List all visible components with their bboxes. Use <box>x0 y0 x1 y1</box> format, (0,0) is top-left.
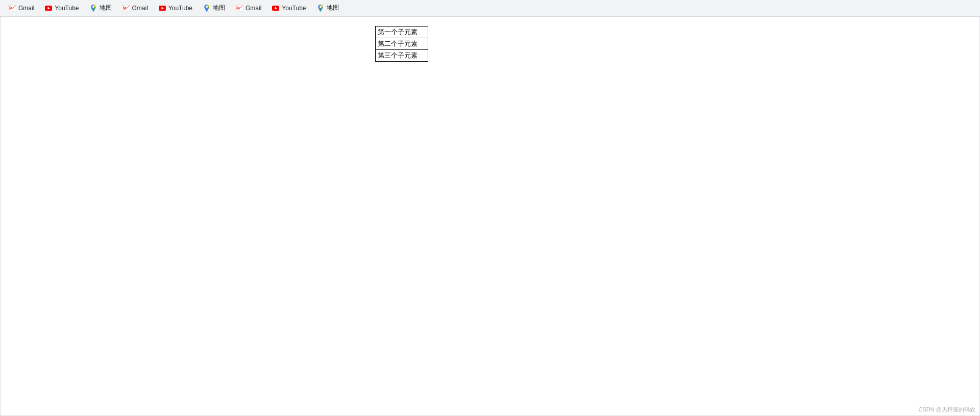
svg-text:M: M <box>236 6 240 11</box>
bookmark-label-0: Gmail <box>18 5 34 12</box>
bookmark-label-7: YouTube <box>282 5 306 12</box>
svg-point-9 <box>206 6 208 8</box>
watermark: CSDN @天秤座的码农 <box>919 406 975 413</box>
bookmarks-bar: M Gmail YouTube 地图 M Gmail YouTube 地图 <box>0 0 980 16</box>
bookmark-label-8: 地图 <box>327 4 339 12</box>
bookmark-item-7[interactable]: YouTube <box>267 3 310 14</box>
bookmark-label-6: Gmail <box>246 5 261 12</box>
bookmark-label-5: 地图 <box>213 4 225 12</box>
bookmark-item-6[interactable]: M Gmail <box>231 3 265 14</box>
bookmark-item-3[interactable]: M Gmail <box>118 3 152 14</box>
bookmark-label-4: YouTube <box>168 5 192 12</box>
bookmark-item-4[interactable]: YouTube <box>154 3 197 14</box>
bookmark-item-0[interactable]: M Gmail <box>4 3 38 14</box>
list-item-2: 第三个子元素 <box>376 50 428 61</box>
svg-point-4 <box>92 6 94 8</box>
list-box: 第一个子元素第二个子元素第三个子元素 <box>375 26 428 62</box>
bookmark-label-3: Gmail <box>132 5 148 12</box>
list-item-0: 第一个子元素 <box>376 27 428 38</box>
svg-text:M: M <box>9 6 13 11</box>
svg-text:M: M <box>123 6 127 11</box>
svg-point-14 <box>320 6 322 8</box>
list-item-1: 第二个子元素 <box>376 38 428 50</box>
bookmark-item-2[interactable]: 地图 <box>85 2 116 14</box>
bookmark-item-5[interactable]: 地图 <box>199 2 229 14</box>
bookmark-label-2: 地图 <box>100 4 112 12</box>
main-content: 第一个子元素第二个子元素第三个子元素 CSDN @天秤座的码农 <box>0 16 980 416</box>
bookmark-label-1: YouTube <box>55 5 79 12</box>
bookmark-item-8[interactable]: 地图 <box>312 2 343 14</box>
bookmark-item-1[interactable]: YouTube <box>40 3 83 14</box>
